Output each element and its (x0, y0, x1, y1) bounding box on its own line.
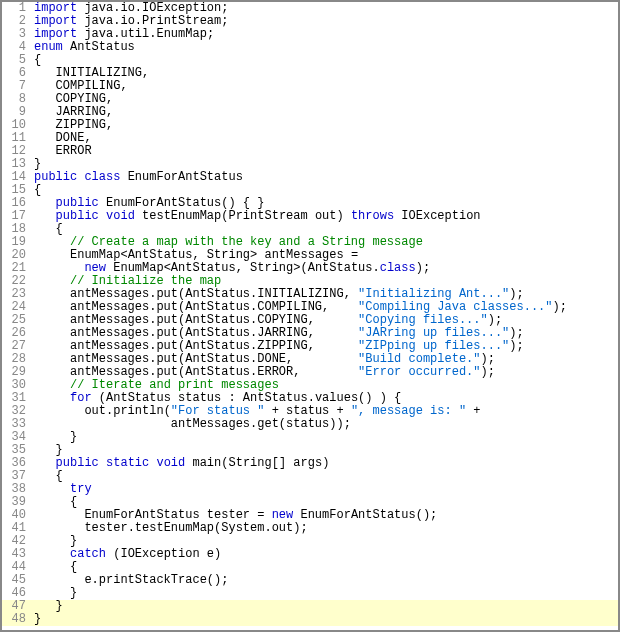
code-content: DONE, (32, 132, 618, 145)
token-plain: util (120, 27, 149, 41)
token-plain: antMessages (34, 339, 149, 353)
token-plain: PrintStream out (228, 209, 336, 223)
token-plain: AntStatus status (106, 391, 228, 405)
token-kw: static (106, 456, 149, 470)
token-plain: ( (99, 391, 106, 405)
token-kw: new (272, 508, 294, 522)
token-plain: : (228, 391, 235, 405)
token-plain: PrintStream (142, 14, 221, 28)
token-com: // Initialize the map (70, 274, 221, 288)
code-content: tester.testEnumMap(System.out); (32, 522, 618, 535)
token-plain: { (34, 53, 41, 67)
token-plain: println (113, 404, 163, 418)
token-plain: ; (517, 287, 524, 301)
token-plain: . (92, 573, 99, 587)
code-content: } (32, 431, 618, 444)
token-plain: EnumForAntStatus (293, 508, 415, 522)
token-plain: , (192, 248, 199, 262)
token-plain: INITIALIZING (34, 66, 142, 80)
code-line: 34 } (2, 431, 618, 444)
token-plain (34, 534, 70, 548)
code-line: 4enum AntStatus (2, 41, 618, 54)
token-plain: ) (423, 508, 430, 522)
token-plain: } (56, 443, 63, 457)
token-plain: ) (488, 313, 495, 327)
line-number: 8 (2, 93, 32, 106)
token-plain (99, 456, 106, 470)
token-plain: EnumMap (156, 27, 206, 41)
code-line: 45 e.printStackTrace(); (2, 574, 618, 587)
token-plain: AntStatus (185, 287, 250, 301)
token-kw: for (70, 391, 92, 405)
token-kw: try (70, 482, 92, 496)
token-plain: put (156, 300, 178, 314)
token-plain: [ (272, 456, 279, 470)
token-plain: } (70, 586, 77, 600)
token-plain (34, 235, 70, 249)
token-plain: values (315, 391, 358, 405)
token-plain: ) (337, 209, 344, 223)
token-plain (315, 339, 358, 353)
token-plain: COMPILING (257, 300, 322, 314)
token-plain: ) (380, 391, 387, 405)
token-plain: ( (279, 417, 286, 431)
token-plain: { (56, 222, 63, 236)
code-line: 43 catch (IOException e) (2, 548, 618, 561)
token-plain: java (77, 14, 113, 28)
token-plain (34, 196, 56, 210)
token-plain: ( (300, 261, 307, 275)
line-number: 5 (2, 54, 32, 67)
token-plain: ) (322, 456, 329, 470)
code-content: public class EnumForAntStatus (32, 171, 618, 184)
token-plain (34, 391, 70, 405)
token-plain (34, 469, 56, 483)
token-plain: ERROR (34, 144, 92, 158)
token-plain: JARRING (34, 105, 106, 119)
token-plain: printStackTrace (99, 573, 207, 587)
code-line: 11 DONE, (2, 132, 618, 145)
code-line: 38 try (2, 483, 618, 496)
token-plain: + (272, 404, 279, 418)
token-plain: java (77, 1, 113, 15)
token-kw: public (56, 456, 99, 470)
code-body: 1import java.io.IOException;2import java… (2, 2, 618, 626)
token-plain: String (243, 261, 293, 275)
token-plain: io (120, 1, 134, 15)
token-plain: EnumForAntStatus (99, 196, 221, 210)
token-plain: () (221, 196, 235, 210)
code-content: } (32, 587, 618, 600)
code-content: ZIPPING, (32, 119, 618, 132)
token-plain: , (308, 339, 315, 353)
token-plain (315, 313, 358, 327)
token-plain (236, 196, 243, 210)
token-plain: args (286, 456, 322, 470)
token-plain: ; (423, 261, 430, 275)
token-plain: + (336, 404, 343, 418)
token-plain: tester (34, 521, 128, 535)
token-str: "Build complete." (358, 352, 480, 366)
token-plain: . (264, 521, 271, 535)
token-plain: AntStatus (171, 261, 236, 275)
token-kw: class (380, 261, 416, 275)
token-plain: antMessages (34, 365, 149, 379)
token-plain: String (228, 456, 271, 470)
token-plain: System (221, 521, 264, 535)
token-kw: new (84, 261, 106, 275)
token-plain: put (156, 365, 178, 379)
code-line: 12 ERROR (2, 145, 618, 158)
token-plain: } (257, 196, 264, 210)
token-plain: ( (164, 404, 171, 418)
token-plain: antMessages (257, 248, 351, 262)
token-plain: ZIPPING (257, 339, 307, 353)
line-number: 7 (2, 80, 32, 93)
token-plain (344, 209, 351, 223)
token-plain (34, 261, 84, 275)
code-line: 37 { (2, 470, 618, 483)
token-plain: EnumForAntStatus tester (34, 508, 257, 522)
token-plain: . (135, 1, 142, 15)
token-plain: out (34, 404, 106, 418)
token-plain: , (142, 66, 149, 80)
token-kw: class (84, 170, 120, 184)
token-plain: INITIALIZING (257, 287, 343, 301)
token-plain: ; (517, 339, 524, 353)
